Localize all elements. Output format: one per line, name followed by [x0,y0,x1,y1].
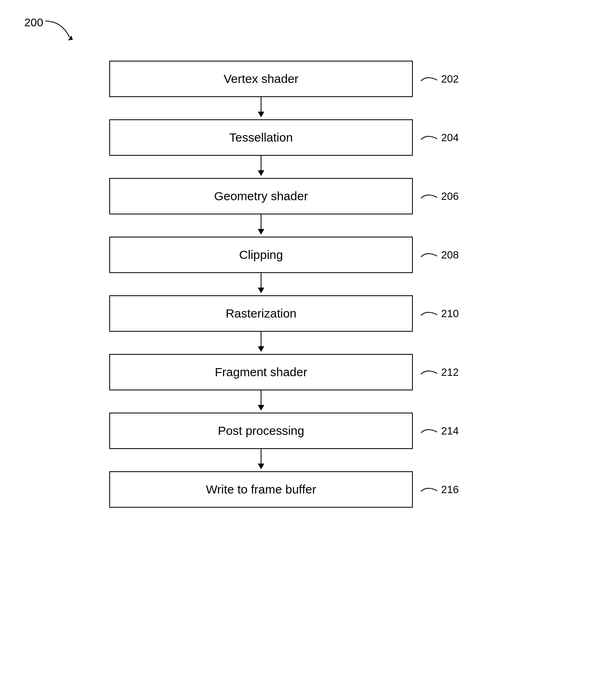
ref-curve-216 [419,483,441,496]
ref-212: 212 [419,366,459,379]
post-processing-box: Post processing [109,413,413,449]
ref-214: 214 [419,425,459,437]
figure-arrow-svg [25,17,82,49]
row-geometry-shader: Geometry shader 206 [109,178,459,214]
arrow-6-7 [109,449,413,471]
arrow-3-4 [109,273,413,295]
ref-curve-208 [419,249,441,261]
ref-curve-214 [419,425,441,437]
write-frame-buffer-box: Write to frame buffer [109,471,413,508]
ref-202: 202 [419,73,459,85]
fragment-shader-box: Fragment shader [109,354,413,390]
vertex-shader-box: Vertex shader [109,61,413,97]
ref-210: 210 [419,307,459,320]
ref-curve-204 [419,131,441,144]
arrow-1-2 [109,156,413,178]
ref-curve-210 [419,307,441,320]
rasterization-box: Rasterization [109,295,413,332]
ref-216: 216 [419,483,459,496]
row-clipping: Clipping 208 [109,237,459,273]
arrow-0-1 [109,97,413,119]
arrow-4-5 [109,332,413,354]
ref-curve-202 [419,73,441,85]
ref-204: 204 [419,131,459,144]
tessellation-box: Tessellation [109,119,413,156]
row-rasterization: Rasterization 210 [109,295,459,332]
ref-curve-206 [419,190,441,202]
geometry-shader-box: Geometry shader [109,178,413,214]
clipping-box: Clipping [109,237,413,273]
flow-diagram: Vertex shader 202 Tessellation 204 Geome… [109,61,459,508]
arrow-5-6 [109,390,413,413]
row-fragment-shader: Fragment shader 212 [109,354,459,390]
ref-206: 206 [419,190,459,203]
row-vertex-shader: Vertex shader 202 [109,61,459,97]
ref-curve-212 [419,366,441,378]
arrow-2-3 [109,214,413,237]
row-post-processing: Post processing 214 [109,413,459,449]
row-write-frame-buffer: Write to frame buffer 216 [109,471,459,508]
ref-208: 208 [419,249,459,261]
row-tessellation: Tessellation 204 [109,119,459,156]
